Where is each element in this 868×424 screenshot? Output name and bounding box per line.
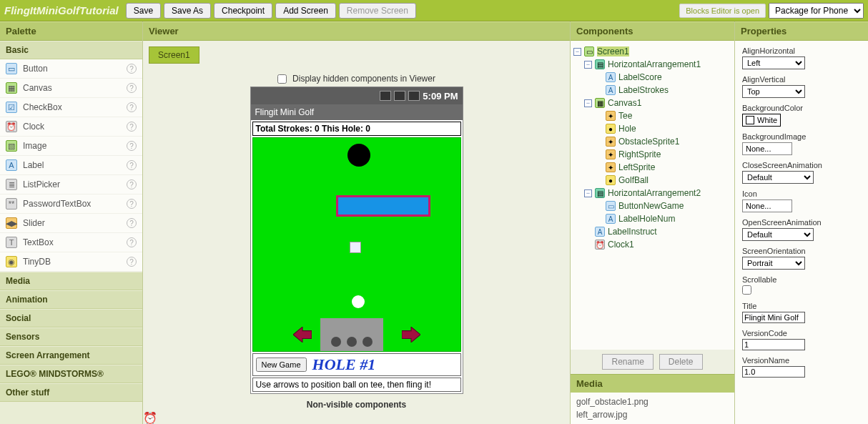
obstacle-sprite[interactable]	[336, 195, 430, 217]
tree-node-LeftSprite[interactable]: ✦LeftSprite	[573, 161, 731, 174]
open-anim-select[interactable]: Default	[742, 228, 814, 241]
remove-screen-button[interactable]: Remove Screen	[339, 3, 416, 19]
palette-item-listpicker[interactable]: ≣ListPicker?	[0, 175, 142, 194]
new-game-button[interactable]: New Game	[256, 358, 307, 372]
tree-label[interactable]: LabelInstruct	[608, 227, 657, 237]
tree-toggle[interactable]: −	[584, 61, 592, 69]
tree-node-GolfBall[interactable]: ●GolfBall	[573, 174, 731, 187]
palette-category[interactable]: Animation	[0, 290, 142, 309]
align-vertical-select[interactable]: Top	[742, 85, 805, 98]
palette-item-image[interactable]: ▧Image?	[0, 137, 142, 156]
help-icon[interactable]: ?	[127, 64, 137, 74]
canvas-preview[interactable]	[252, 137, 461, 352]
tree-node-Tee[interactable]: ✦Tee	[573, 109, 731, 122]
media-file[interactable]: left_arrow.jpg	[576, 408, 729, 421]
palette-item-button[interactable]: ▭Button?	[0, 59, 142, 79]
center-sprite[interactable]	[350, 242, 361, 253]
tree-label[interactable]: RightSprite	[618, 149, 661, 159]
palette-item-textbox[interactable]: TTextBox?	[0, 233, 142, 252]
palette-item-tinydb[interactable]: ◉TinyDB?	[0, 252, 142, 272]
palette-category-basic[interactable]: Basic	[0, 41, 142, 59]
tree-node-Clock1[interactable]: ⏰Clock1	[573, 238, 731, 251]
tree-node-RightSprite[interactable]: ✦RightSprite	[573, 148, 731, 161]
palette-item-slider[interactable]: ◀▶Slider?	[0, 214, 142, 233]
package-select[interactable]: Package for Phone	[769, 3, 864, 19]
help-icon[interactable]: ?	[127, 257, 137, 267]
tree-node-Canvas1[interactable]: −▦Canvas1	[573, 97, 731, 109]
tree-node-ButtonNewGame[interactable]: ▭ButtonNewGame	[573, 199, 731, 212]
display-hidden-checkbox[interactable]	[277, 74, 287, 84]
tee-sprite[interactable]	[320, 318, 383, 351]
tree-label[interactable]: Canvas1	[608, 98, 641, 108]
tree-node-LabelInstruct[interactable]: ALabelInstruct	[573, 225, 731, 238]
save-as-button[interactable]: Save As	[164, 3, 211, 19]
tree-node-LabelScore[interactable]: ALabelScore	[573, 71, 731, 84]
help-icon[interactable]: ?	[127, 160, 137, 170]
add-screen-button[interactable]: Add Screen	[275, 3, 336, 19]
tree-label[interactable]: ButtonNewGame	[618, 201, 684, 211]
tree-node-Hole[interactable]: ●Hole	[573, 122, 731, 135]
help-icon[interactable]: ?	[127, 179, 137, 189]
tree-label[interactable]: ObstacleSprite1	[618, 137, 679, 147]
left-arrow-sprite[interactable]	[293, 327, 312, 342]
help-icon[interactable]: ?	[127, 237, 137, 247]
title-input[interactable]	[742, 312, 805, 323]
palette-item-label[interactable]: ALabel?	[0, 156, 142, 175]
palette-category[interactable]: Other stuff	[0, 383, 142, 402]
palette-category[interactable]: LEGO® MINDSTORMS®	[0, 365, 142, 383]
delete-button[interactable]: Delete	[659, 354, 703, 370]
tree-label[interactable]: HorizontalArrangement1	[608, 59, 701, 69]
tree-label[interactable]: LabelScore	[618, 72, 662, 82]
tree-label[interactable]: HorizontalArrangement2	[608, 188, 701, 198]
checkpoint-button[interactable]: Checkpoint	[214, 3, 272, 19]
media-file[interactable]: golf_obstacle1.png	[576, 395, 729, 408]
tree-toggle[interactable]: −	[573, 48, 581, 56]
rename-button[interactable]: Rename	[602, 354, 653, 370]
tree-node-LabelStrokes[interactable]: ALabelStrokes	[573, 84, 731, 97]
help-icon[interactable]: ?	[127, 218, 137, 228]
palette-category[interactable]: Screen Arrangement	[0, 346, 142, 365]
palette-category[interactable]: Media	[0, 272, 142, 290]
palette-item-checkbox[interactable]: ☑CheckBox?	[0, 98, 142, 117]
close-anim-select[interactable]: Default	[742, 171, 814, 184]
palette-item-passwordtextbox[interactable]: **PasswordTextBox?	[0, 194, 142, 214]
align-horizontal-select[interactable]: Left	[742, 56, 805, 69]
tree-node-LabelHoleNum[interactable]: ALabelHoleNum	[573, 212, 731, 225]
palette-item-canvas[interactable]: ▦Canvas?	[0, 79, 142, 98]
orientation-select[interactable]: Portrait	[742, 257, 805, 270]
tree-label[interactable]: Clock1	[608, 240, 634, 250]
help-icon[interactable]: ?	[127, 122, 137, 132]
tree-toggle[interactable]: −	[584, 99, 592, 107]
background-color-picker[interactable]: White	[742, 114, 781, 127]
tree-node-HorizontalArrangement1[interactable]: −▤HorizontalArrangement1	[573, 58, 731, 71]
help-icon[interactable]: ?	[127, 141, 137, 151]
palette-category[interactable]: Social	[0, 309, 142, 327]
palette-item-clock[interactable]: ⏰Clock?	[0, 117, 142, 137]
tree-label[interactable]: GolfBall	[618, 175, 648, 185]
help-icon[interactable]: ?	[127, 102, 137, 112]
blocks-editor-status[interactable]: Blocks Editor is open	[679, 4, 766, 18]
tree-label[interactable]: Tee	[618, 111, 632, 121]
background-image-field[interactable]: None...	[742, 142, 792, 155]
tree-label[interactable]: LabelStrokes	[618, 85, 669, 95]
right-arrow-sprite[interactable]	[402, 327, 420, 342]
hole-sprite[interactable]	[347, 144, 370, 167]
tree-toggle[interactable]: −	[584, 189, 592, 197]
screen-tab[interactable]: Screen1	[149, 46, 199, 64]
save-button[interactable]: Save	[126, 3, 161, 19]
icon-field[interactable]: None...	[742, 199, 792, 212]
tree-label[interactable]: LeftSprite	[618, 162, 655, 172]
tree-node-HorizontalArrangement2[interactable]: −▤HorizontalArrangement2	[573, 187, 731, 199]
golfball-sprite[interactable]	[352, 295, 365, 308]
tree-label[interactable]: Hole	[618, 124, 636, 134]
palette-category[interactable]: Sensors	[0, 327, 142, 346]
tree-label[interactable]: LabelHoleNum	[618, 214, 675, 224]
versioncode-input[interactable]	[742, 339, 805, 350]
tree-label[interactable]: Screen1	[597, 46, 629, 56]
versionname-input[interactable]	[742, 366, 805, 378]
tree-node-ObstacleSprite1[interactable]: ✦ObstacleSprite1	[573, 135, 731, 148]
scrollable-checkbox[interactable]	[742, 285, 751, 295]
help-icon[interactable]: ?	[127, 83, 137, 93]
tree-node-Screen1[interactable]: −▭Screen1	[573, 45, 731, 58]
help-icon[interactable]: ?	[127, 199, 137, 209]
